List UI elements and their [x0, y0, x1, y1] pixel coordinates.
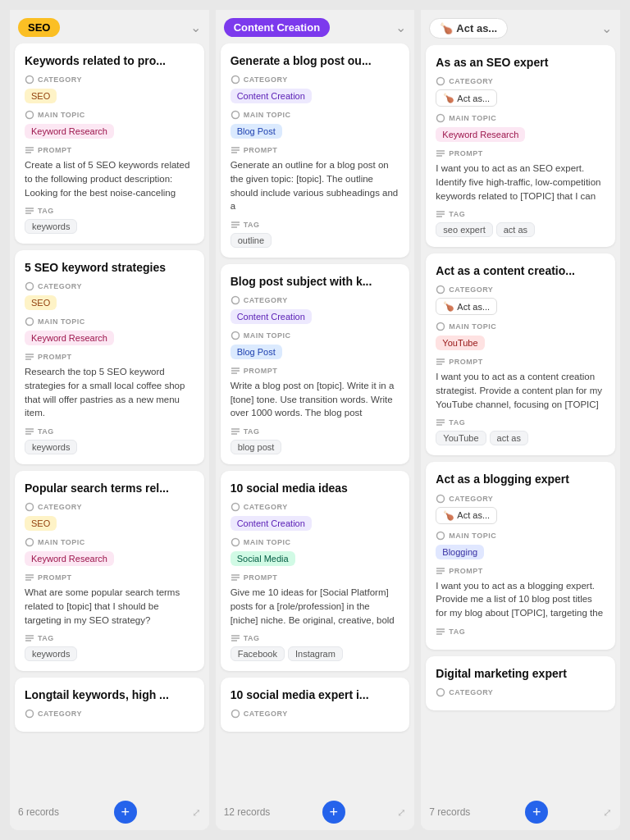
- kanban-board: SEO⌄Keywords related to pro... CATEGORYS…: [0, 0, 630, 840]
- main-topic-field-label: MAIN TOPIC: [436, 322, 605, 331]
- tags-row: keywords: [25, 219, 194, 234]
- svg-point-17: [26, 539, 34, 546]
- tags-row: keywords: [25, 646, 194, 661]
- main-topic-field-label: MAIN TOPIC: [25, 110, 194, 120]
- column-title-seo[interactable]: SEO: [18, 18, 60, 37]
- tag-badge[interactable]: act as: [496, 222, 535, 237]
- svg-point-0: [26, 76, 34, 84]
- category-label: CATEGORY: [231, 709, 400, 719]
- svg-point-1: [26, 112, 34, 119]
- tag-badge[interactable]: keywords: [25, 219, 77, 234]
- list-item[interactable]: 5 SEO keyword strategies CATEGORYSEO MAI…: [15, 250, 204, 464]
- tags-row: blog post: [231, 440, 400, 454]
- card-title: Act as a blogging expert: [436, 472, 605, 486]
- svg-point-58: [437, 286, 445, 294]
- tag-badge[interactable]: outline: [231, 233, 272, 248]
- tag-badge[interactable]: keywords: [25, 646, 77, 661]
- list-item[interactable]: Popular search terms rel... CATEGORYSEO …: [15, 471, 204, 671]
- svg-point-74: [437, 688, 445, 696]
- category-label: CATEGORY: [436, 687, 605, 697]
- tags-row: FacebookInstagram: [231, 646, 400, 661]
- expand-icon[interactable]: ⤢: [397, 806, 406, 819]
- chevron-down-icon[interactable]: ⌄: [190, 20, 201, 35]
- list-item[interactable]: Generate a blog post ou... CATEGORYConte…: [221, 43, 410, 258]
- prompt-field-label: PROMPT: [25, 352, 194, 362]
- prompt-text: I want you to act as a content creation …: [436, 370, 605, 411]
- card-title: As as an SEO expert: [436, 55, 605, 70]
- category-field-label: CATEGORY: [25, 502, 194, 512]
- card-title: 10 social media expert i...: [231, 687, 400, 702]
- tag-badge[interactable]: blog post: [231, 440, 282, 454]
- main-topic-field-label: MAIN TOPIC: [25, 317, 194, 326]
- tags-row: outline: [231, 233, 400, 248]
- prompt-text: I want you to act as a blogging expert. …: [436, 579, 605, 620]
- main-topic-badge[interactable]: Keyword Research: [25, 330, 194, 345]
- category-badge[interactable]: 🍗 Act as...: [436, 507, 605, 524]
- list-item[interactable]: As as an SEO expert CATEGORY🍗 Act as... …: [426, 45, 615, 247]
- list-item[interactable]: Act as a content creatio... CATEGORY🍗 Ac…: [426, 253, 615, 455]
- category-badge[interactable]: 🍗 Act as...: [436, 89, 605, 107]
- tag-field-label: TAG: [231, 633, 400, 643]
- list-item[interactable]: Longtail keywords, high ... CATEGORY: [15, 678, 204, 732]
- card-title: Popular search terms rel...: [25, 481, 194, 495]
- svg-point-42: [231, 539, 239, 546]
- category-badge[interactable]: SEO: [25, 88, 194, 103]
- prompt-text: What are some popular search terms relat…: [25, 586, 194, 627]
- column-content: Content Creation⌄Generate a blog post ou…: [216, 10, 415, 830]
- category-field-label: CATEGORY: [231, 75, 400, 84]
- prompt-field-label: PROMPT: [436, 566, 605, 576]
- add-card-button[interactable]: +: [114, 801, 137, 824]
- add-card-button[interactable]: +: [525, 801, 548, 824]
- category-field-label: CATEGORY: [436, 76, 605, 86]
- svg-point-26: [231, 112, 239, 119]
- prompt-field-label: PROMPT: [25, 573, 194, 582]
- main-topic-badge[interactable]: Keyword Research: [25, 550, 194, 566]
- column-title-actas[interactable]: 🍗 Act as...: [429, 18, 508, 39]
- tag-field-label: TAG: [436, 209, 605, 219]
- main-topic-badge[interactable]: Blogging: [436, 544, 605, 559]
- category-badge[interactable]: SEO: [25, 515, 194, 531]
- main-topic-badge[interactable]: Social Media: [231, 550, 400, 566]
- records-count: 7 records: [429, 806, 470, 818]
- tags-row: keywords: [25, 440, 194, 454]
- tag-badge[interactable]: YouTube: [436, 431, 486, 445]
- chevron-down-icon[interactable]: ⌄: [395, 20, 406, 35]
- svg-point-41: [231, 504, 239, 511]
- list-item[interactable]: 10 social media expert i... CATEGORY: [221, 678, 410, 732]
- main-topic-field-label: MAIN TOPIC: [25, 537, 194, 547]
- main-topic-badge[interactable]: Keyword Research: [436, 126, 605, 142]
- prompt-field-label: PROMPT: [436, 148, 605, 158]
- tag-badge[interactable]: seo expert: [436, 222, 492, 237]
- cards-container-actas: As as an SEO expert CATEGORY🍗 Act as... …: [421, 45, 620, 794]
- list-item[interactable]: Blog post subject with k... CATEGORYCont…: [221, 264, 410, 464]
- svg-point-25: [231, 76, 239, 84]
- svg-point-67: [437, 532, 445, 539]
- tag-badge[interactable]: Instagram: [288, 646, 343, 661]
- prompt-text: Generate an outline for a blog post on t…: [231, 158, 400, 213]
- list-item[interactable]: Keywords related to pro... CATEGORYSEO M…: [15, 43, 204, 244]
- category-badge[interactable]: Content Creation: [231, 515, 400, 531]
- expand-icon[interactable]: ⤢: [603, 806, 612, 819]
- category-badge[interactable]: 🍗 Act as...: [436, 298, 605, 315]
- category-badge[interactable]: Content Creation: [231, 308, 400, 324]
- list-item[interactable]: Digital marketing expert CATEGORY: [426, 656, 615, 710]
- column-footer-seo: 6 records+⤢: [10, 794, 209, 830]
- svg-point-59: [437, 323, 445, 331]
- tag-badge[interactable]: Facebook: [231, 646, 285, 661]
- main-topic-badge[interactable]: Blog Post: [231, 123, 400, 139]
- svg-point-49: [231, 710, 239, 718]
- chevron-down-icon[interactable]: ⌄: [601, 21, 612, 36]
- main-topic-badge[interactable]: Blog Post: [231, 344, 400, 359]
- main-topic-badge[interactable]: Keyword Research: [25, 123, 194, 139]
- list-item[interactable]: 10 social media ideas CATEGORYContent Cr…: [221, 471, 410, 671]
- tag-badge[interactable]: keywords: [25, 440, 77, 454]
- expand-icon[interactable]: ⤢: [192, 806, 201, 819]
- category-badge[interactable]: SEO: [25, 294, 194, 310]
- list-item[interactable]: Act as a blogging expert CATEGORY🍗 Act a…: [426, 462, 615, 649]
- column-title-content[interactable]: Content Creation: [224, 18, 330, 37]
- tags-row: YouTubeact as: [436, 431, 605, 445]
- add-card-button[interactable]: +: [322, 801, 345, 824]
- tag-badge[interactable]: act as: [490, 431, 528, 445]
- main-topic-badge[interactable]: YouTube: [436, 335, 605, 350]
- category-badge[interactable]: Content Creation: [231, 88, 400, 103]
